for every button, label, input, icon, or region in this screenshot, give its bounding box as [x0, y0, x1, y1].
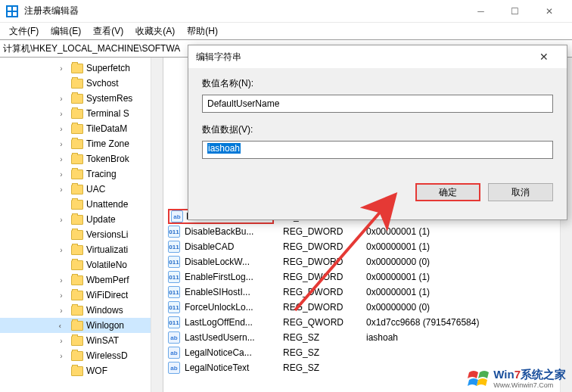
tree-item-winsat[interactable]: ›WinSAT [0, 333, 163, 348]
binary-value-icon: 011 [168, 226, 180, 238]
value-name: ForceUnlockLo... [185, 302, 283, 313]
folder-icon [71, 109, 83, 119]
tree-item-label: Unattende [86, 199, 128, 210]
folder-icon [71, 245, 83, 255]
chevron-icon[interactable]: › [56, 246, 67, 254]
chevron-icon[interactable]: › [56, 306, 67, 315]
chevron-icon[interactable]: › [56, 125, 67, 133]
value-data-label: 数值数据(V): [202, 123, 553, 136]
chevron-icon[interactable]: › [56, 170, 67, 179]
tree-item-volatileno[interactable]: VolatileNo [0, 257, 163, 272]
chevron-icon[interactable]: › [56, 216, 67, 224]
tree-item-wifidirect[interactable]: ›WiFiDirect [0, 288, 163, 303]
tree-item-winlogon[interactable]: ⌄Winlogon [0, 318, 163, 333]
tree-item-windows[interactable]: ›Windows [0, 303, 163, 318]
value-row[interactable]: abLegalNoticeCa...REG_SZ [163, 345, 572, 360]
tree-item-label: Winlogon [86, 320, 124, 331]
tree-item-wirelessd[interactable]: ›WirelessD [0, 348, 163, 363]
tree-item-tiledatam[interactable]: ›TileDataM [0, 121, 163, 136]
value-data: 0x00000001 (1) [366, 241, 572, 252]
tree-item-label: WirelessD [86, 350, 128, 361]
chevron-icon[interactable]: › [56, 140, 67, 148]
windows-logo-icon [468, 368, 490, 389]
value-row[interactable]: 011ForceUnlockLo...REG_DWORD0x00000000 (… [163, 300, 572, 315]
tree-item-svchost[interactable]: Svchost [0, 76, 163, 91]
tree-item-label: SystemRes [86, 93, 132, 104]
tree-item-label: VersionsLi [86, 229, 128, 240]
tree-item-wbemperf[interactable]: ›WbemPerf [0, 272, 163, 288]
tree-item-time-zone[interactable]: ›Time Zone [0, 136, 163, 151]
folder-icon [71, 230, 83, 240]
menu-favorites[interactable]: 收藏夹(A) [129, 23, 181, 39]
value-row[interactable]: 011LastLogOffEnd...REG_QWORD0x1d7cc9668 … [163, 315, 572, 330]
tree-scrollbar[interactable] [151, 58, 163, 392]
chevron-icon[interactable]: › [56, 64, 67, 73]
value-data: 0x00000000 (0) [366, 257, 572, 267]
chevron-icon[interactable]: › [56, 185, 67, 194]
string-value-icon: ab [168, 362, 180, 374]
value-name: DisableCAD [185, 241, 283, 252]
value-row[interactable]: abLastUsedUsern...REG_SZiashoah [163, 330, 572, 345]
folder-icon [71, 200, 83, 210]
watermark-url: Www.Winwin7.Com [493, 382, 566, 389]
maximize-button[interactable]: ☐ [498, 1, 532, 22]
dialog-titlebar: 编辑字符串 ✕ [188, 45, 567, 68]
tree-item-update[interactable]: ›Update [0, 212, 163, 227]
tree-item-terminal-s[interactable]: ›Terminal S [0, 106, 163, 121]
tree-item-superfetch[interactable]: ›Superfetch [0, 61, 163, 76]
tree-item-uac[interactable]: ›UAC [0, 182, 163, 197]
dialog-close-button[interactable]: ✕ [529, 46, 559, 67]
folder-icon [71, 94, 83, 104]
tree-item-tracing[interactable]: ›Tracing [0, 166, 163, 182]
svg-rect-0 [8, 7, 11, 11]
chevron-icon[interactable]: › [56, 291, 67, 300]
value-name: LastUsedUsern... [185, 332, 283, 343]
folder-icon [71, 64, 83, 73]
folder-icon [71, 321, 83, 331]
tree-item-label: Windows [86, 305, 123, 316]
ok-button[interactable]: 确定 [415, 183, 480, 201]
value-name-input[interactable] [202, 95, 553, 113]
tree-item-wof[interactable]: WOF [0, 363, 163, 378]
edit-string-dialog: 编辑字符串 ✕ 数值名称(N): 数值数据(V): iashoah 确定 取消 [188, 45, 567, 220]
tree-item-tokenbrok[interactable]: ›TokenBrok [0, 151, 163, 166]
chevron-icon[interactable]: › [56, 155, 67, 163]
string-value-icon: ab [168, 347, 180, 359]
tree-item-systemres[interactable]: ›SystemRes [0, 91, 163, 106]
dialog-title: 编辑字符串 [196, 51, 529, 64]
close-button[interactable]: ✕ [532, 1, 566, 22]
chevron-icon[interactable]: › [56, 352, 67, 360]
chevron-icon[interactable]: › [56, 337, 67, 345]
minimize-button[interactable]: ─ [464, 1, 498, 22]
value-type: REG_SZ [283, 347, 366, 358]
value-row[interactable]: 011EnableFirstLog...REG_DWORD0x00000001 … [163, 269, 572, 285]
menu-help[interactable]: 帮助(H) [181, 23, 224, 39]
menu-file[interactable]: 文件(F) [3, 23, 45, 39]
window-title: 注册表编辑器 [24, 5, 464, 17]
tree-item-virtualizati[interactable]: ›Virtualizati [0, 242, 163, 257]
address-path: 计算机\HKEY_LOCAL_MACHINE\SOFTWA [3, 42, 180, 55]
folder-icon [71, 291, 83, 300]
folder-icon [71, 306, 83, 316]
folder-icon [71, 170, 83, 179]
value-data-input[interactable]: iashoah [202, 141, 553, 159]
menu-view[interactable]: 查看(V) [87, 23, 129, 39]
cancel-button[interactable]: 取消 [488, 183, 553, 201]
value-row[interactable]: 011EnableSIHostI...REG_DWORD0x00000001 (… [163, 285, 572, 300]
folder-icon [71, 79, 83, 89]
tree-item-label: TokenBrok [86, 154, 129, 164]
chevron-icon[interactable]: › [56, 276, 67, 285]
chevron-icon[interactable]: › [56, 95, 67, 103]
value-row[interactable]: 011DisableCADREG_DWORD0x00000001 (1) [163, 239, 572, 254]
binary-value-icon: 011 [168, 256, 180, 268]
tree-item-unattende[interactable]: Unattende [0, 197, 163, 212]
menu-edit[interactable]: 编辑(E) [45, 23, 87, 39]
value-data: 0x00000001 (1) [366, 272, 572, 282]
value-row[interactable]: 011DisableLockW...REG_DWORD0x00000000 (0… [163, 254, 572, 269]
chevron-icon[interactable]: › [56, 110, 67, 118]
value-data: iashoah [366, 332, 572, 343]
folder-icon [71, 336, 83, 346]
value-row[interactable]: 011DisableBackBu...REG_DWORD0x00000001 (… [163, 224, 572, 239]
chevron-icon[interactable]: ⌄ [58, 320, 66, 331]
tree-item-versionsli[interactable]: VersionsLi [0, 227, 163, 242]
